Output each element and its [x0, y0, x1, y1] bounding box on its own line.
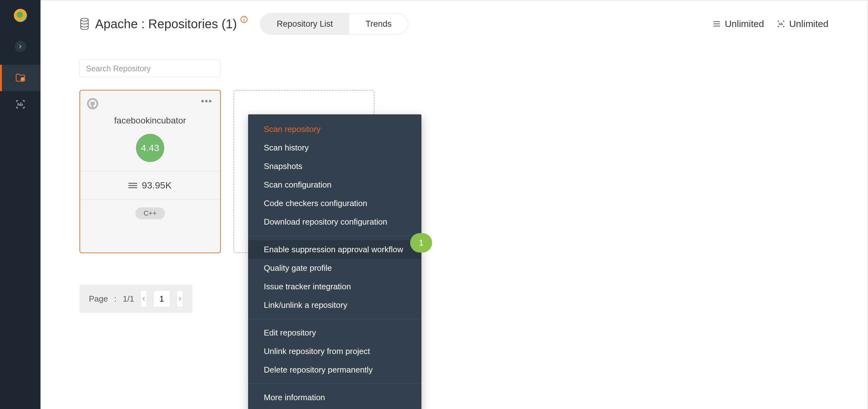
page-next[interactable] [177, 290, 183, 307]
menu-scan-configuration[interactable]: Scan configuration [248, 176, 422, 194]
svg-text:P: P [21, 77, 24, 82]
chevron-right-icon [178, 296, 182, 301]
pagination: Page : 1/1 [80, 285, 192, 313]
menu-link-unlink[interactable]: Link/unlink a repository [248, 296, 422, 315]
search-input[interactable] [80, 60, 221, 77]
view-tabs: Repository List Trends [260, 13, 408, 34]
database-icon [80, 18, 90, 30]
scan-limit-value: Unlimited [725, 19, 764, 29]
menu-scan-history[interactable]: Scan history [248, 139, 422, 157]
loc-limit-value: Unlimited [789, 19, 829, 29]
menu-issue-tracker[interactable]: Issue tracker integration [248, 277, 422, 296]
scan-limit: Unlimited [712, 19, 764, 29]
rating-badge: 4.43 [136, 134, 164, 162]
menu-enable-suppression[interactable]: Enable suppression approval workflow [248, 240, 422, 259]
sidebar: P [0, 0, 40, 409]
page-colon: : [114, 294, 117, 304]
sidebar-item-scan[interactable] [0, 91, 40, 117]
chevron-left-icon [141, 296, 146, 301]
loc-limit: Unlimited [777, 19, 829, 29]
sidebar-toggle[interactable] [15, 41, 26, 52]
info-icon[interactable]: i [241, 16, 247, 23]
folder-icon: P [15, 72, 26, 84]
scan-icon [15, 99, 26, 110]
github-icon [87, 98, 98, 109]
repository-card[interactable]: facebookincubator 4.43 93.95K C++ [80, 90, 221, 253]
menu-delete-repository[interactable]: Delete repository permanently [248, 361, 422, 379]
loc-value: 93.95K [142, 180, 172, 191]
chevron-right-icon [18, 44, 23, 49]
svg-point-2 [81, 18, 88, 21]
lines-icon [712, 20, 721, 28]
repository-context-menu: Scan repository Scan history Snapshots S… [248, 114, 422, 409]
page-header: Apache : Repositories (1) i Repository L… [40, 1, 867, 34]
menu-unlink-repository[interactable]: Unlink repository from project [248, 342, 422, 361]
menu-snapshots[interactable]: Snapshots [248, 157, 422, 176]
step-badge: 1 [410, 233, 432, 253]
page-label: Page [89, 294, 108, 304]
menu-edit-repository[interactable]: Edit repository [248, 324, 422, 342]
menu-download-config[interactable]: Download repository configuration [248, 213, 422, 231]
main-content: Apache : Repositories (1) i Repository L… [40, 0, 868, 409]
page-total: 1/1 [123, 294, 134, 304]
loc-row: 93.95K [80, 171, 220, 200]
page-title: Apache : Repositories (1) [95, 17, 237, 31]
page-input[interactable] [153, 290, 170, 307]
sidebar-item-projects[interactable]: P [0, 65, 40, 91]
scan-limit-icon [777, 20, 785, 28]
tab-trends[interactable]: Trends [349, 13, 408, 34]
menu-quality-gate[interactable]: Quality gate profile [248, 259, 422, 277]
menu-divider [248, 319, 422, 319]
menu-divider [248, 236, 422, 236]
repository-cards: facebookincubator 4.43 93.95K C++ [80, 90, 829, 253]
menu-scan-repository[interactable]: Scan repository [248, 120, 422, 139]
menu-more-information[interactable]: More information [248, 388, 422, 407]
language-badge: C++ [135, 207, 165, 219]
page-prev[interactable] [141, 290, 147, 307]
card-more-menu[interactable] [199, 98, 213, 104]
app-logo [14, 9, 27, 22]
tab-repository-list[interactable]: Repository List [260, 13, 349, 34]
repository-name: facebookincubator [86, 116, 214, 126]
loc-icon [128, 183, 137, 188]
menu-code-checkers[interactable]: Code checkers configuration [248, 194, 422, 213]
